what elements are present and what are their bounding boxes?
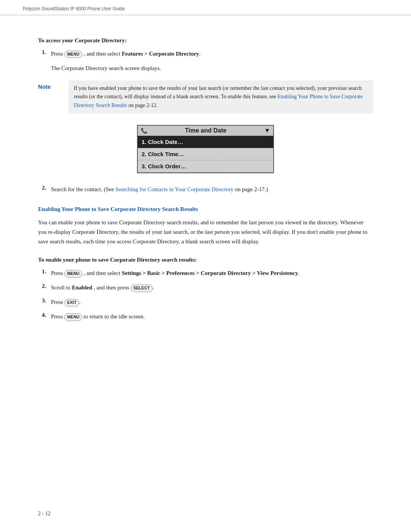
section3-step-4-number: 4. [42, 312, 51, 321]
step1-text-middle: , and then select [84, 51, 121, 57]
s3-step2-middle: , and then press [94, 284, 129, 291]
section3-step-3-content: Press EXIT. [51, 297, 373, 307]
step1-bold: Features > Corporate Directory [122, 51, 199, 57]
step-1: 1. Press MENU , and then select Features… [38, 49, 373, 58]
note-suffix: on page 2-12. [128, 102, 158, 108]
s3-step2-prefix: Scroll to [51, 284, 70, 291]
s3-step1-bold: Settings > Basic > Preferences > Corpora… [122, 270, 298, 276]
section3-step-2-content: Scroll to Enabled , and then press SELEC… [51, 283, 373, 292]
page-footer: 2 - 12 [38, 511, 51, 517]
section1-heading: To access your Corporate Directory: [38, 37, 373, 44]
section3-step-1-content: Press MENU , and then select Settings > … [51, 268, 373, 278]
s3-step2-bold: Enabled [72, 284, 92, 291]
step1-suffix: . [199, 51, 201, 57]
phone-screen-item-2: 2. Clock Time… [138, 148, 273, 160]
s3-step1-prefix: Press [51, 270, 63, 276]
menu-button-1[interactable]: MENU [64, 51, 82, 58]
page-number: 2 - 12 [38, 511, 51, 516]
select-button[interactable]: SELECT [131, 284, 152, 292]
section3-step-2-number: 2. [42, 283, 51, 292]
step2-text: Search for the contact. (See [51, 186, 114, 192]
section3-step-3-number: 3. [42, 297, 51, 307]
s3-step3-prefix: Press [51, 299, 63, 305]
s3-step1-middle: , and then select [84, 270, 121, 276]
step1-indent: The Corporate Directory search screen di… [38, 64, 373, 73]
step-1-content: Press MENU , and then select Features > … [51, 49, 373, 58]
step1-text-prefix: Press [51, 51, 63, 57]
section3-step-3: 3. Press EXIT. [38, 297, 373, 307]
menu-button-3[interactable]: MENU [64, 313, 82, 321]
phone-screen-container: 📞 Time and Date ▼ 1. Clock Date… 2. Cloc… [38, 125, 373, 173]
s3-step3-suffix: . [79, 299, 81, 305]
phone-arrow-icon: ▼ [264, 127, 270, 134]
section2-heading: Enabling Your Phone to Save Corporate Di… [38, 206, 373, 212]
section3-step-2: 2. Scroll to Enabled , and then press SE… [38, 283, 373, 292]
step-1-number: 1. [42, 49, 51, 58]
step2-suffix: on page 2-17.) [235, 186, 268, 192]
step2-link[interactable]: Searching for Contacts in Your Corporate… [115, 186, 233, 192]
step-2: 2. Search for the contact. (See Searchin… [38, 185, 373, 194]
phone-screen-item-3: 3. Clock Order… [138, 160, 273, 173]
s3-step1-suffix: . [298, 270, 299, 276]
menu-button-2[interactable]: MENU [64, 270, 82, 277]
section2-paragraph: You can enable your phone to save Corpor… [38, 218, 373, 246]
page-header: Polycom SoundStation IP 6000 Phone User … [0, 0, 411, 15]
section3-step-1-number: 1. [42, 268, 51, 278]
s3-step4-prefix: Press [51, 313, 63, 320]
phone-screen-item-1: 1. Clock Date… [138, 136, 273, 148]
page-content: To access your Corporate Directory: 1. P… [0, 15, 411, 349]
breadcrumb: Polycom SoundStation IP 6000 Phone User … [23, 6, 125, 11]
step-2-content: Search for the contact. (See Searching f… [51, 185, 373, 194]
step-2-number: 2. [42, 185, 51, 194]
s3-step4-suffix: to return to the idle screen. [84, 313, 145, 320]
section3-heading: To enable your phone to save Corporate D… [38, 257, 373, 263]
note-box: Note If you have enabled your phone to s… [38, 80, 373, 113]
note-content: If you have enabled your phone to save t… [68, 80, 373, 113]
phone-screen-title: Time and Date [147, 127, 264, 134]
section3-step-4-content: Press MENU to return to the idle screen. [51, 312, 373, 321]
phone-handset-icon: 📞 [141, 128, 147, 134]
phone-screen-header-left: 📞 [141, 128, 147, 134]
phone-screen-header: 📞 Time and Date ▼ [138, 126, 273, 136]
phone-screen: 📞 Time and Date ▼ 1. Clock Date… 2. Cloc… [137, 125, 274, 173]
s3-step2-suffix: . [153, 284, 154, 291]
section3-step-1: 1. Press MENU , and then select Settings… [38, 268, 373, 278]
section3-step-4: 4. Press MENU to return to the idle scre… [38, 312, 373, 321]
exit-button[interactable]: EXIT [64, 299, 79, 306]
note-label: Note [38, 80, 68, 113]
